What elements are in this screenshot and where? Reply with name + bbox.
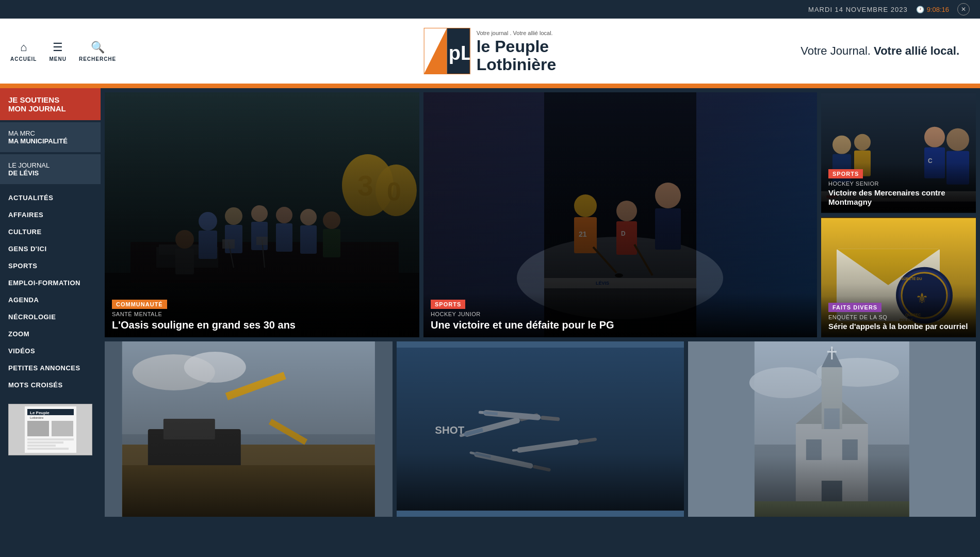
svg-rect-8	[27, 421, 49, 436]
sidebar-item-emploi-formation[interactable]: EMPLOI-FORMATION	[0, 274, 101, 291]
svg-text:D: D	[621, 230, 626, 237]
logo-icon: pL	[424, 28, 470, 74]
sidebar-item-petites-annonces[interactable]: PETITES ANNONCES	[0, 359, 101, 376]
svg-line-50	[593, 247, 616, 273]
svg-text:Le Peuple: Le Peuple	[30, 411, 50, 415]
svg-rect-96	[122, 341, 375, 517]
card-right-bottom-overlay: FAITS DIVERS ENQUÊTE DE LA SQ Série d'ap…	[821, 296, 976, 337]
svg-rect-34	[323, 229, 340, 257]
svg-point-48	[655, 183, 681, 208]
card-right-bottom-subtitle: ENQUÊTE DE LA SQ	[828, 314, 969, 320]
right-col: C SHOT ARENA	[821, 92, 976, 337]
card-middle-overlay: SPORTS HOCKEY JUNIOR Une victoire et une…	[423, 293, 817, 337]
sidebar-item-affaires[interactable]: AFFAIRES	[0, 206, 101, 223]
date-display: MARDI 14 NOVEMBRE 2023	[808, 6, 908, 13]
home-icon: ⌂	[20, 41, 27, 54]
svg-rect-26	[225, 225, 242, 253]
card-middle-category: SPORTS	[431, 300, 465, 309]
sidebar-item-necrologie[interactable]: NÉCROLOGIE	[0, 308, 101, 325]
card-church-illustration	[688, 341, 976, 517]
card-right-bottom[interactable]: ⚜ SÛRETÉ DU QUÉBEC POLICE	[821, 217, 976, 338]
menu-icon: ☰	[53, 41, 63, 54]
card-main-category: COMMUNAUTÉ	[112, 300, 167, 309]
svg-rect-49	[655, 208, 681, 250]
svg-rect-12	[27, 445, 56, 447]
logo-text: Votre journal . Votre allié local. le Pe…	[477, 28, 557, 74]
svg-rect-45	[574, 217, 597, 253]
svg-line-51	[634, 244, 652, 275]
row2: SHOT	[105, 341, 976, 517]
card-construction[interactable]	[105, 341, 393, 517]
card-main[interactable]: 3 0	[105, 92, 419, 337]
svg-rect-9	[52, 421, 73, 436]
svg-rect-11	[27, 441, 63, 444]
content-area: 3 0	[101, 88, 980, 521]
sidebar-item-sports[interactable]: SPORTS	[0, 257, 101, 274]
card-middle[interactable]: 21 D LÉVIS	[423, 92, 817, 337]
svg-rect-133	[755, 341, 909, 517]
top-bar: MARDI 14 NOVEMBRE 2023 🕐 9:08:16 ✕	[0, 0, 980, 19]
card-church[interactable]	[688, 341, 976, 517]
sidebar-item-actualites[interactable]: ACTUALITÉS	[0, 189, 101, 206]
svg-text:3: 3	[357, 170, 373, 202]
svg-rect-24	[199, 231, 217, 259]
time-display: 🕐 9:08:16	[916, 6, 949, 13]
svg-text:21: 21	[579, 230, 587, 238]
card-main-subtitle: SANTÉ MENTALE	[112, 311, 412, 317]
sidebar-item-gens-dici[interactable]: GENS D'ICI	[0, 240, 101, 257]
card-right-bottom-title: Série d'appels à la bombe par courriel	[828, 322, 969, 331]
svg-rect-13	[27, 448, 69, 450]
svg-rect-30	[276, 223, 292, 252]
svg-rect-10	[27, 438, 74, 440]
sidebar-item-videos[interactable]: VIDÉOS	[0, 342, 101, 359]
nav-menu[interactable]: ☰ MENU	[49, 41, 66, 62]
header-nav: ⌂ ACCUEIL ☰ MENU 🔍 RECHERCHE	[10, 41, 116, 62]
sidebar-cta[interactable]: JE SOUTIENS MON JOURNAL	[0, 88, 101, 120]
twitter-icon[interactable]: ✕	[957, 3, 970, 15]
svg-line-39	[262, 239, 265, 268]
svg-rect-55	[544, 278, 696, 288]
svg-point-23	[199, 212, 217, 231]
site-logo[interactable]: pL Votre journal . Votre allié local. le…	[424, 28, 557, 74]
card-right-top-category: SPORTS	[828, 169, 863, 178]
row1: 3 0	[105, 92, 976, 337]
card-main-title: L'Oasis souligne en grand ses 30 ans	[112, 319, 412, 331]
nav-recherche[interactable]: 🔍 RECHERCHE	[79, 41, 116, 62]
search-icon: 🔍	[91, 41, 105, 54]
svg-point-46	[616, 201, 637, 221]
svg-line-37	[228, 242, 234, 268]
header-tagline: Votre Journal. Votre allié local.	[801, 44, 970, 58]
card-right-top[interactable]: C SHOT ARENA	[821, 92, 976, 213]
svg-rect-28	[251, 222, 268, 250]
svg-point-29	[276, 207, 292, 223]
svg-rect-32	[300, 225, 317, 254]
svg-marker-0	[424, 28, 447, 74]
sidebar-item-zoom[interactable]: ZOOM	[0, 325, 101, 342]
sidebar-item-culture[interactable]: CULTURE	[0, 223, 101, 240]
card-right-top-subtitle: HOCKEY SENIOR	[828, 181, 969, 187]
card-construction-illustration	[105, 341, 393, 517]
svg-text:pL: pL	[449, 42, 470, 64]
journal-thumbnail[interactable]: Le Peuple Lotbinière	[8, 404, 92, 455]
card-right-top-title: Victoire des Mercenaires contre Montmagn…	[828, 188, 969, 207]
sidebar-item-agenda[interactable]: AGENDA	[0, 291, 101, 308]
sidebar-journal-levis[interactable]: LE JOURNAL DE LÉVIS	[0, 154, 101, 184]
svg-rect-22	[159, 244, 216, 255]
main-layout: JE SOUTIENS MON JOURNAL MA MRC MA MUNICI…	[0, 88, 980, 521]
svg-text:0: 0	[387, 177, 401, 206]
svg-point-17	[342, 154, 394, 216]
svg-point-19	[375, 165, 417, 216]
svg-point-35	[175, 230, 194, 249]
card-syringes[interactable]: SHOT	[397, 341, 684, 517]
card-main-overlay: COMMUNAUTÉ SANTÉ MENTALE L'Oasis soulign…	[105, 293, 419, 337]
card-syringes-illustration: SHOT	[397, 341, 684, 517]
svg-rect-21	[156, 247, 218, 268]
clock-icon: 🕐	[916, 6, 924, 13]
nav-accueil[interactable]: ⌂ ACCUEIL	[10, 41, 37, 62]
sidebar-item-mots-croises[interactable]: MOTS CROISÉS	[0, 376, 101, 394]
svg-text:LÉVIS: LÉVIS	[596, 281, 609, 286]
svg-text:Lotbinière: Lotbinière	[30, 416, 44, 419]
sidebar-mrc[interactable]: MA MRC MA MUNICIPALITÉ	[0, 122, 101, 152]
svg-rect-47	[616, 221, 637, 255]
card-middle-title: Une victoire et une défaite pour le PG	[431, 319, 810, 331]
